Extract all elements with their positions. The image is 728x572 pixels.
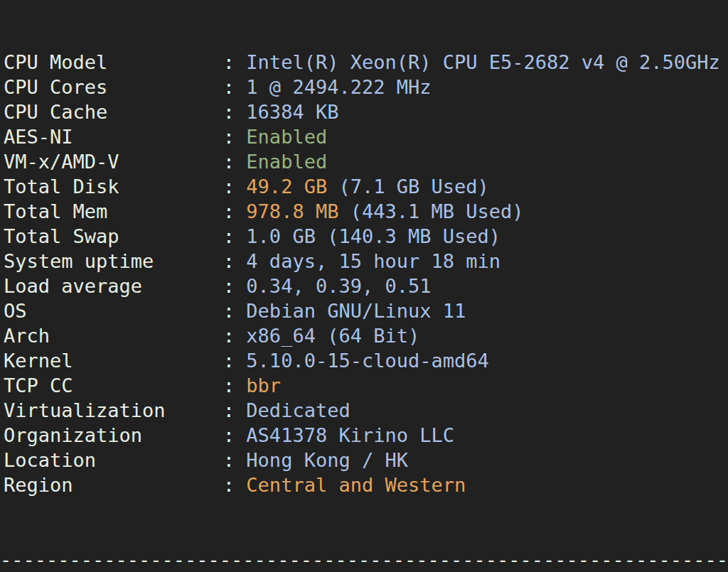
- field-value: Dedicated: [246, 399, 350, 421]
- info-row: Load average: 0.34, 0.39, 0.51: [4, 274, 728, 298]
- field-value: AS41378 Kirino LLC: [246, 424, 454, 446]
- info-row: CPU Model: Intel(R) Xeon(R) CPU E5-2682 …: [4, 50, 728, 75]
- field-colon: :: [223, 275, 247, 297]
- field-value: 978.8 MB: [246, 200, 338, 222]
- info-row: OS: Debian GNU/Linux 11: [4, 298, 728, 323]
- field-value: Hong Kong / HK: [246, 449, 408, 471]
- field-label: Organization: [4, 423, 223, 448]
- field-value: bbr: [246, 374, 281, 396]
- field-colon: :: [223, 250, 247, 272]
- field-value: 5.10.0-15-cloud-amd64: [246, 350, 488, 372]
- info-row: CPU Cache: 16384 KB: [4, 99, 728, 124]
- field-colon: :: [223, 424, 247, 446]
- info-row: AES-NI: Enabled: [4, 124, 728, 149]
- field-value: Central and Western: [246, 474, 466, 496]
- field-colon: :: [223, 350, 247, 372]
- info-row: Total Mem: 978.8 MB (443.1 MB Used): [4, 199, 728, 224]
- info-row: Organization: AS41378 Kirino LLC: [4, 423, 728, 448]
- field-colon: :: [223, 101, 247, 123]
- field-colon: :: [223, 225, 247, 247]
- field-label: OS: [4, 298, 223, 323]
- field-value: 1.0 GB (140.3 MB Used): [246, 225, 500, 247]
- field-label: Arch: [4, 323, 223, 348]
- field-label: Kernel: [4, 348, 223, 373]
- field-value: 0.34, 0.39, 0.51: [246, 275, 431, 297]
- field-label: Virtualization: [4, 398, 223, 423]
- field-label: Region: [4, 473, 223, 497]
- info-row: System uptime: 4 days, 15 hour 18 min: [4, 249, 728, 274]
- info-row: Virtualization: Dedicated: [4, 398, 728, 423]
- field-label: TCP CC: [4, 373, 223, 398]
- field-value: Enabled: [246, 151, 327, 173]
- field-label: Load average: [4, 274, 223, 298]
- field-colon: :: [223, 51, 247, 73]
- field-colon: :: [223, 300, 247, 322]
- info-row: VM-x/AMD-V: Enabled: [4, 149, 728, 174]
- info-row: Kernel: 5.10.0-15-cloud-amd64: [4, 348, 728, 373]
- field-colon: :: [223, 449, 247, 471]
- field-colon: :: [223, 474, 247, 496]
- field-value: x86_64 (64 Bit): [246, 325, 419, 347]
- field-colon: :: [223, 200, 247, 222]
- terminal-output: CPU Model: Intel(R) Xeon(R) CPU E5-2682 …: [0, 0, 728, 572]
- info-row: Arch: x86_64 (64 Bit): [4, 323, 728, 348]
- field-colon: :: [223, 176, 247, 198]
- field-label: System uptime: [4, 249, 223, 274]
- section-separator: ----------------------------------------…: [0, 547, 728, 572]
- field-value: (7.1 GB Used): [327, 176, 489, 198]
- field-value: Intel(R) Xeon(R) CPU E5-2682 v4 @ 2.50GH…: [246, 51, 719, 73]
- field-label: CPU Model: [4, 50, 223, 75]
- field-label: Total Mem: [4, 199, 223, 224]
- info-row: Total Swap: 1.0 GB (140.3 MB Used): [4, 224, 728, 249]
- field-value: Enabled: [246, 126, 327, 148]
- field-value: 49.2 GB: [246, 176, 327, 198]
- info-row: Location: Hong Kong / HK: [4, 448, 728, 473]
- field-value: 4 days, 15 hour 18 min: [246, 250, 500, 272]
- field-colon: :: [223, 151, 247, 173]
- info-row: Total Disk: 49.2 GB (7.1 GB Used): [4, 174, 728, 199]
- field-value: 1 @ 2494.222 MHz: [246, 76, 431, 98]
- info-row: CPU Cores: 1 @ 2494.222 MHz: [4, 75, 728, 99]
- info-row: Region: Central and Western: [4, 473, 728, 497]
- field-value: 16384 KB: [246, 101, 338, 123]
- field-label: Total Swap: [4, 224, 223, 249]
- field-colon: :: [223, 399, 247, 421]
- field-value: Debian GNU/Linux 11: [246, 300, 466, 322]
- field-colon: :: [223, 76, 247, 98]
- field-label: CPU Cores: [4, 75, 223, 99]
- field-colon: :: [223, 374, 247, 396]
- field-label: Location: [4, 448, 223, 473]
- field-value: (443.1 MB Used): [338, 200, 523, 222]
- field-label: VM-x/AMD-V: [4, 149, 223, 174]
- info-row: TCP CC: bbr: [4, 373, 728, 398]
- field-label: Total Disk: [4, 174, 223, 199]
- field-colon: :: [223, 126, 247, 148]
- field-colon: :: [223, 325, 247, 347]
- field-label: AES-NI: [4, 124, 223, 149]
- field-label: CPU Cache: [4, 99, 223, 124]
- system-info-section: CPU Model: Intel(R) Xeon(R) CPU E5-2682 …: [4, 50, 728, 497]
